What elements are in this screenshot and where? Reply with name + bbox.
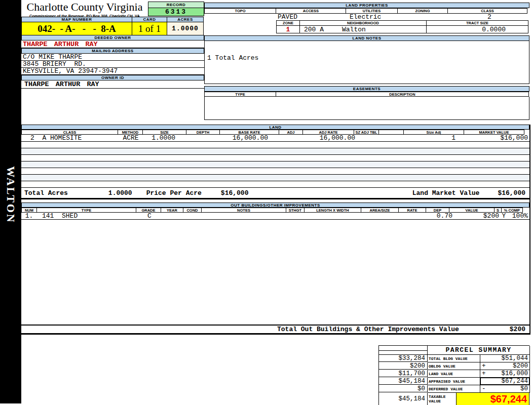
- summary-value: + $16,000: [480, 370, 530, 378]
- land-market-value: $16,000: [469, 135, 529, 141]
- summary-amount: $16,000: [501, 370, 528, 377]
- easement-type-label: TYPE: [204, 92, 276, 97]
- land-method: ACRE: [118, 135, 143, 141]
- deeded-owner-value: THARPE ARTHUR RAY: [21, 40, 204, 48]
- summary-amount: $51,044: [501, 355, 528, 362]
- zone-header-row: ZONE NEIGHBORHOOD TRACT SIZE: [276, 20, 529, 26]
- easements-title: EASEMENTS: [204, 86, 529, 92]
- land-depth: [187, 135, 221, 141]
- out-buildings-title: OUT BUILDINGS/OTHER IMPROVEMENTS: [21, 202, 529, 208]
- record-label: RECORD: [148, 2, 204, 8]
- land-data-row: 2 A HOMESITE ACRE 1.0000 16,000.00 16,00…: [21, 135, 529, 142]
- summary-op: +: [482, 362, 486, 370]
- owner-block: DEEDED OWNER THARPE ARTHUR RAY MAILING A…: [21, 35, 204, 89]
- parcel-summary-prior-header: [379, 346, 428, 355]
- summary-label: LAND VALUE: [428, 370, 480, 378]
- ob-notes: [204, 213, 289, 219]
- total-acres-value: 1.0000: [108, 189, 132, 197]
- land-size-adj: 1: [408, 135, 469, 141]
- land-section-title: LAND: [21, 125, 529, 130]
- card-label: CARD: [132, 17, 167, 22]
- out-building-row: 1. 141 SHED C 0.70 $200 Y 100%: [21, 213, 529, 220]
- acres-label: ACRES: [167, 17, 204, 22]
- map-number-row: MAP NUMBER 042- - A- - - 8-A CARD 1 of 1…: [21, 17, 204, 35]
- ob-num: 1.: [21, 213, 37, 219]
- ob-type: 141 SHED: [37, 213, 137, 219]
- prior-value: $200: [379, 362, 428, 370]
- prior-value: $33,284: [379, 355, 428, 362]
- empty-row: [21, 148, 529, 155]
- column-header: NOTES: [201, 208, 286, 213]
- ob-value: $200: [454, 213, 500, 219]
- ob-cond: [185, 213, 204, 219]
- ob-rate: [403, 213, 431, 219]
- county-title: Charlotte County Virginia: [21, 1, 148, 13]
- summary-op: +: [482, 370, 486, 377]
- acres-value: 1.0000: [167, 22, 204, 35]
- land-market-value-label: Land Market Value: [412, 189, 480, 197]
- zone-value: 1: [276, 26, 300, 33]
- map-number-col: MAP NUMBER 042- - A- - - 8-A: [21, 17, 132, 35]
- deeded-owner-label: DEEDED OWNER: [21, 35, 204, 40]
- ob-sthgt: [289, 213, 308, 219]
- summary-label: TOTAL BLDG VALUE: [428, 355, 480, 362]
- column-header: ADJ: [279, 130, 303, 135]
- taxable-label: TAXABLE VALUE: [428, 393, 457, 405]
- land-notes-title: LAND NOTES: [204, 35, 529, 41]
- neighborhood-value: 200 A Walton: [299, 26, 427, 33]
- column-header: RATE: [398, 208, 426, 213]
- column-header: TOPO: [204, 8, 276, 14]
- land-note: 1 Total Acres: [207, 54, 258, 62]
- parcel-summary-title: PARCEL SUMMARY: [428, 346, 530, 355]
- zone-label: ZONE: [276, 20, 300, 26]
- ob-total-value: $200: [510, 326, 525, 333]
- ob-grade: C: [137, 213, 162, 219]
- neighborhood-label: NEIGHBORHOOD: [299, 20, 427, 26]
- zone-value-row: 1 200 A Walton 0.0000: [276, 26, 529, 33]
- empty-row: [21, 142, 529, 148]
- land-notes-body: 1 Total Acres: [204, 41, 529, 84]
- empty-row: [21, 175, 529, 181]
- land-size: 1.0000: [143, 135, 187, 141]
- prior-value: $0: [379, 385, 428, 392]
- total-acres-label: Total Acres: [24, 189, 68, 197]
- column-header: LENGTH X WIDTH: [304, 208, 361, 213]
- column-header: [378, 130, 404, 135]
- land-adj-rate: 16,000.00: [306, 135, 357, 141]
- column-header: STHGT: [286, 208, 305, 213]
- land-market-value-total: $16,000: [498, 189, 525, 197]
- easement-description-label: DESCRIPTION: [276, 92, 529, 97]
- column-header: COND: [183, 208, 202, 213]
- parcel-summary-grid: PARCEL SUMMARY $33,284 TOTAL BLDG VALUE …: [378, 345, 529, 393]
- owner-id-value: THARPE ARTHUR RAY: [21, 80, 204, 89]
- out-buildings-header-row: NUM TYPE GRADE YEAR COND NOTES STHGT LEN…: [21, 208, 529, 213]
- column-header: AREA/SIZE: [361, 208, 399, 213]
- parcel-record-card: WALTON Charlotte County Virginia Commiss…: [0, 0, 532, 405]
- summary-amount: $200: [513, 362, 528, 370]
- tract-size-label: TRACT SIZE: [426, 20, 528, 26]
- column-header: ZONING: [397, 8, 448, 14]
- taxable-value-row: $45,184 TAXABLE VALUE $67,244: [378, 393, 529, 405]
- empty-row: [21, 161, 529, 168]
- summary-amount: $0: [520, 385, 528, 392]
- tract-size-value: 0.0000: [426, 26, 528, 33]
- record-value: 6313: [148, 8, 204, 16]
- land-class: 2 A HOMESITE: [21, 135, 118, 141]
- map-number-value: 042- - A- - - 8-A: [21, 22, 132, 35]
- address-line: 3845 BRIERY RD.: [21, 61, 204, 68]
- easements-header-row: TYPE DESCRIPTION: [204, 92, 529, 97]
- acres-col: ACRES 1.0000: [167, 17, 204, 35]
- land-properties-title: LAND PROPERTIES: [204, 3, 529, 8]
- summary-op: -: [482, 385, 486, 392]
- address-line: C/O MIKE THARPE: [21, 54, 204, 61]
- card-col: CARD 1 of 1: [132, 17, 167, 35]
- land-base-rate: 16,000.00: [221, 135, 281, 141]
- land-blank: [383, 135, 408, 141]
- district-name-vertical: WALTON: [4, 166, 17, 223]
- land-totals-row: Total Acres 1.0000 Price Per Acre $16,00…: [21, 188, 529, 199]
- main-tables: LAND CLASS METHOD SIZE DEPTH BASE RATE A…: [20, 125, 530, 335]
- prior-value: $11,700: [379, 370, 428, 377]
- ob-year: [162, 213, 185, 219]
- ob-s: Y: [500, 213, 508, 219]
- empty-row: [21, 155, 529, 161]
